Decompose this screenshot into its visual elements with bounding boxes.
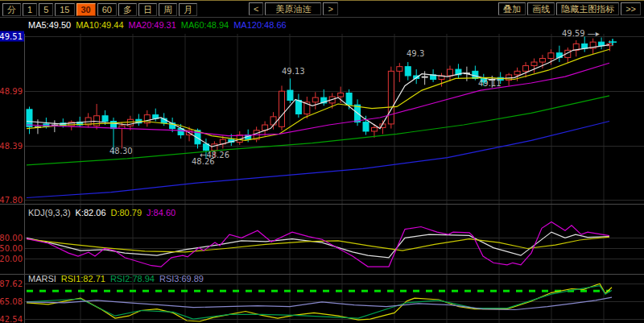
price-annotation: 49.13 bbox=[282, 67, 305, 76]
chart-tools-group: 叠加画线隐藏主图指标>> bbox=[497, 2, 642, 15]
toolbar: 分15153060多日周月 < 美原油连 > 叠加画线隐藏主图指标>> bbox=[0, 0, 644, 18]
ma-values-header: MA5:49.50MA10:49.44MA20:49.31MA60:48.94M… bbox=[28, 20, 291, 30]
axis-tick-label: 48.39 bbox=[0, 142, 23, 151]
axis-tick-label: 20.00 bbox=[0, 255, 23, 263]
period-button-15[interactable]: 15 bbox=[55, 3, 74, 16]
tool-button->>[interactable]: >> bbox=[621, 2, 641, 15]
indicator-value: MARSI bbox=[28, 274, 56, 284]
axis-tick-label: 50.00 bbox=[0, 244, 23, 253]
trading-terminal: { "toolbar": { "periods": [ {"label":"分"… bbox=[0, 0, 644, 323]
price-annotation: 48.26 bbox=[192, 157, 215, 166]
indicator-value: K:82.06 bbox=[76, 208, 106, 217]
period-button-日[interactable]: 日 bbox=[138, 3, 157, 16]
kdj-values-header: KDJ(9,3,3)K:82.06D:80.79J:84.60 bbox=[28, 208, 180, 217]
symbol-nav: < 美原油连 > bbox=[248, 2, 339, 15]
period-button-group: 分15153060多日周月 bbox=[2, 2, 198, 16]
indicator-value: RSI2:78.94 bbox=[110, 274, 155, 284]
period-button-多[interactable]: 多 bbox=[118, 3, 137, 16]
prev-symbol-button[interactable]: < bbox=[249, 2, 263, 15]
axis-tick-label: 47.80 bbox=[0, 196, 23, 205]
price-annotation: 49.11 bbox=[478, 79, 502, 88]
period-button-60[interactable]: 60 bbox=[97, 3, 117, 16]
period-button-周[interactable]: 周 bbox=[159, 3, 177, 16]
price-annotation: 49.59 —▸ bbox=[562, 29, 600, 38]
axis-tick-label: 80.00 bbox=[0, 234, 23, 242]
indicator-value: MA10:49.44 bbox=[76, 20, 123, 30]
period-button-分[interactable]: 分 bbox=[2, 3, 21, 16]
tool-button-叠加[interactable]: 叠加 bbox=[498, 2, 526, 15]
rsi-values-header: MARSIRSI1:82.71RSI2:78.94RSI3:69.89 bbox=[28, 274, 208, 284]
symbol-selector[interactable]: 美原油连 bbox=[265, 2, 321, 15]
period-button-1[interactable]: 1 bbox=[23, 3, 37, 16]
indicator-value: MA5:49.50 bbox=[28, 20, 71, 30]
indicator-value: KDJ(9,3,3) bbox=[28, 208, 71, 217]
indicator-value: MA60:48.94 bbox=[181, 20, 229, 30]
indicator-value: RSI3:69.89 bbox=[159, 274, 204, 284]
period-button-5[interactable]: 5 bbox=[39, 3, 53, 16]
indicator-value: RSI1:82.71 bbox=[61, 274, 105, 284]
svg-text:49.51: 49.51 bbox=[0, 32, 23, 41]
period-button-30[interactable]: 30 bbox=[76, 3, 96, 16]
axis-tick-label: 42.54 bbox=[0, 315, 23, 323]
indicator-value: MA20:49.31 bbox=[129, 20, 176, 30]
tool-button-隐藏主图指标[interactable]: 隐藏主图指标 bbox=[556, 2, 619, 15]
indicator-value: J:84.60 bbox=[147, 208, 175, 217]
axis-tick-label: 48.99 bbox=[0, 87, 23, 96]
indicator-value: MA120:48.66 bbox=[233, 20, 286, 30]
indicator-value: D:80.79 bbox=[111, 208, 142, 217]
price-annotation: 48.30 bbox=[109, 147, 133, 155]
axis-tick-label: 87.62 bbox=[0, 280, 23, 288]
axis-tick-label: 65.08 bbox=[0, 297, 23, 306]
period-button-月[interactable]: 月 bbox=[179, 3, 197, 16]
next-symbol-button[interactable]: > bbox=[323, 2, 337, 15]
tool-button-画线[interactable]: 画线 bbox=[527, 2, 555, 15]
price-annotation: 49.3 bbox=[407, 49, 424, 58]
